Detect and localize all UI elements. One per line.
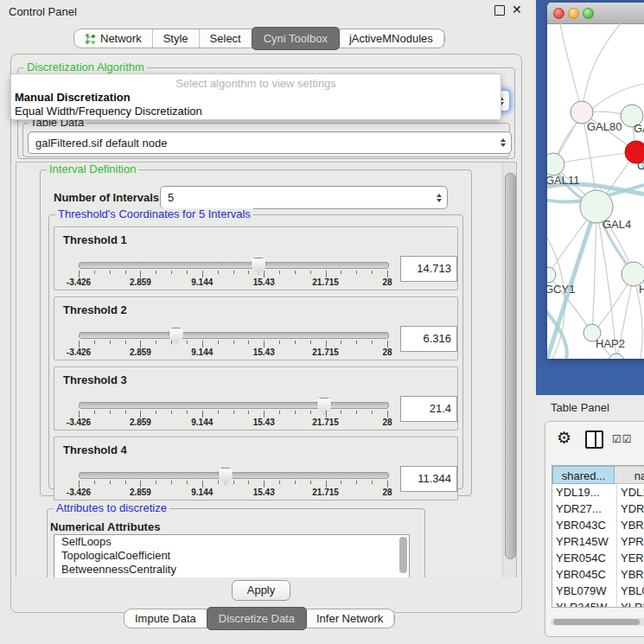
dropdown-option[interactable]: Manual Discretization bbox=[11, 91, 501, 105]
top-tab[interactable]: Network bbox=[74, 29, 153, 48]
table-cell[interactable]: YDR2 bbox=[617, 501, 644, 517]
tick-mark bbox=[187, 271, 188, 274]
tick-mark bbox=[156, 481, 156, 484]
threshold-slider[interactable] bbox=[79, 402, 389, 409]
threshold-slider[interactable] bbox=[79, 472, 389, 479]
bottom-tab[interactable]: Discretize Data bbox=[207, 607, 307, 630]
table-cell[interactable]: YBR0 bbox=[617, 566, 644, 583]
table-cell[interactable]: YER054C bbox=[552, 550, 617, 566]
threshold-value-field[interactable]: 21.4 bbox=[400, 396, 457, 422]
list-scrollbar-thumb[interactable] bbox=[399, 537, 407, 573]
network-node[interactable] bbox=[547, 153, 564, 175]
vertical-scrollbar-thumb[interactable] bbox=[505, 173, 516, 559]
tick-mark bbox=[356, 411, 357, 414]
bottom-tab[interactable]: Infer Network bbox=[306, 609, 394, 628]
tick-mark bbox=[310, 271, 311, 274]
tick-mark bbox=[110, 411, 111, 414]
network-edge[interactable] bbox=[560, 23, 582, 112]
slider-ticks bbox=[79, 481, 387, 488]
gear-icon[interactable]: ⚙ bbox=[557, 430, 571, 446]
table-data-combo[interactable]: galFiltered.sif default node bbox=[28, 131, 512, 154]
network-window: GAL80GACGAL11GAL4GCY1HAHAP2 bbox=[547, 3, 644, 359]
axis-tick-label: 28 bbox=[382, 418, 392, 427]
threshold-slider[interactable] bbox=[79, 332, 389, 339]
table-cell[interactable]: YLR345W bbox=[552, 599, 617, 608]
table-cell[interactable]: YBR045C bbox=[552, 566, 617, 583]
top-tab[interactable]: Style bbox=[153, 29, 200, 48]
network-window-titlebar[interactable] bbox=[547, 3, 644, 24]
columns-icon[interactable] bbox=[585, 430, 603, 449]
horizontal-scrollbar-thumb[interactable] bbox=[553, 619, 640, 625]
network-node[interactable] bbox=[547, 267, 556, 283]
table-row[interactable]: YBR045C YBR0 bbox=[552, 566, 644, 583]
float-window-icon[interactable] bbox=[494, 5, 505, 16]
threshold-rows: Threshold 1 -3.4262.8599.14415.4321.7152… bbox=[54, 226, 458, 507]
table-cell[interactable]: YBL0 bbox=[617, 583, 644, 599]
tick-mark bbox=[264, 341, 265, 348]
bottom-tab-bar: Impute Data Discretize Data Infer Networ… bbox=[124, 609, 395, 628]
tick-mark bbox=[94, 271, 95, 274]
horizontal-scrollbar[interactable] bbox=[551, 618, 644, 626]
tick-mark bbox=[171, 341, 172, 344]
threshold-value-field[interactable]: 14.713 bbox=[400, 256, 457, 282]
table-cell[interactable]: YBR0 bbox=[617, 517, 644, 533]
axis-tick-label: 21.715 bbox=[312, 277, 339, 287]
num-intervals-value: 5 bbox=[168, 191, 174, 204]
zoom-traffic-light-icon[interactable] bbox=[583, 8, 594, 19]
tick-mark bbox=[218, 411, 219, 414]
table-cell[interactable]: YPR1 bbox=[617, 533, 644, 550]
tick-mark bbox=[125, 411, 126, 414]
tick-mark bbox=[202, 481, 203, 488]
slider-ticks bbox=[79, 271, 387, 277]
table-panel: ⚙ ☑☑ shared... na YDL19... YDL1 YDR27...… bbox=[545, 421, 644, 637]
attribute-list-item[interactable]: SelfLoops bbox=[54, 535, 409, 549]
attribute-list-item[interactable]: BetweennessCentrality bbox=[54, 563, 409, 577]
tick-mark bbox=[326, 341, 327, 348]
combo-stepper-icon[interactable] bbox=[437, 194, 442, 202]
network-edge[interactable] bbox=[547, 233, 564, 359]
network-canvas[interactable]: GAL80GACGAL11GAL4GCY1HAHAP2 bbox=[547, 23, 644, 359]
network-node[interactable] bbox=[609, 354, 624, 359]
table-row[interactable]: YER054C YER0 bbox=[552, 550, 644, 566]
table-row[interactable]: YPR145W YPR1 bbox=[552, 533, 644, 550]
axis-tick-label: 2.859 bbox=[130, 488, 151, 497]
vertical-scrollbar[interactable] bbox=[502, 163, 516, 578]
table-cell[interactable]: YBL079W bbox=[552, 583, 617, 599]
attribute-list-item[interactable]: TopologicalCoefficient bbox=[54, 549, 409, 563]
table-cell[interactable]: YDL19... bbox=[552, 484, 617, 501]
column-header-shared[interactable]: shared... bbox=[552, 466, 615, 484]
apply-button[interactable]: Apply bbox=[232, 580, 290, 601]
network-edge[interactable] bbox=[555, 152, 634, 163]
top-tab[interactable]: Cyni Toolbox bbox=[252, 27, 340, 50]
tick-mark bbox=[387, 341, 388, 348]
close-traffic-light-icon[interactable] bbox=[553, 8, 564, 19]
tick-mark bbox=[218, 341, 219, 344]
table-cell[interactable]: YPR145W bbox=[552, 533, 617, 550]
table-row[interactable]: YBR043C YBR0 bbox=[552, 517, 644, 533]
top-tab[interactable]: Select bbox=[200, 29, 252, 48]
num-intervals-combo[interactable]: 5 bbox=[160, 186, 448, 209]
bottom-tab[interactable]: Impute Data bbox=[124, 609, 207, 628]
minimize-traffic-light-icon[interactable] bbox=[568, 8, 579, 19]
threshold-slider[interactable] bbox=[79, 262, 389, 269]
table-row[interactable]: YLR345W YLR3 bbox=[552, 599, 644, 608]
select-columns-checkboxes-icon[interactable]: ☑☑ bbox=[612, 433, 633, 445]
network-edge[interactable] bbox=[582, 23, 621, 112]
top-tab[interactable]: jActiveMNodules bbox=[339, 29, 444, 48]
network-edge[interactable] bbox=[592, 207, 596, 331]
tick-mark bbox=[79, 271, 80, 277]
table-row[interactable]: YDL19... YDL1 bbox=[552, 484, 644, 501]
column-header-name[interactable]: na bbox=[615, 466, 644, 484]
table-cell[interactable]: YDR27... bbox=[552, 501, 617, 517]
threshold-value-field[interactable]: 11.344 bbox=[400, 466, 457, 492]
table-cell[interactable]: YBR043C bbox=[552, 517, 617, 533]
table-cell[interactable]: YDL1 bbox=[617, 484, 644, 501]
threshold-value-field[interactable]: 6.316 bbox=[400, 326, 457, 352]
close-icon[interactable]: ✕ bbox=[512, 3, 522, 16]
table-cell[interactable]: YER0 bbox=[617, 550, 644, 566]
combo-stepper-icon[interactable] bbox=[501, 138, 506, 147]
table-cell[interactable]: YLR3 bbox=[617, 599, 644, 608]
table-row[interactable]: YDR27... YDR2 bbox=[552, 501, 644, 517]
table-row[interactable]: YBL079W YBL0 bbox=[552, 583, 644, 599]
dropdown-option[interactable]: Equal Width/Frequency Discretization bbox=[11, 105, 501, 118]
